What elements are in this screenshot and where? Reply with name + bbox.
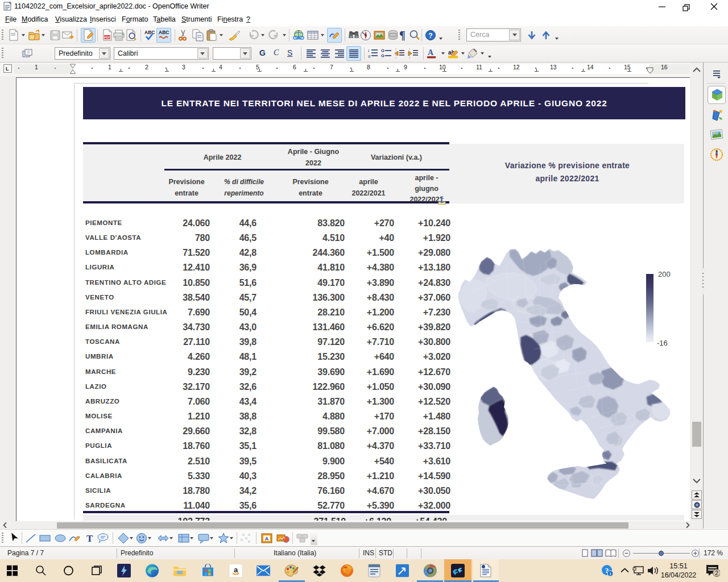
svg-text:a: a <box>234 566 238 574</box>
svg-text:A: A <box>265 536 269 542</box>
svg-text:II: II <box>368 54 370 59</box>
svg-text:2: 2 <box>715 570 718 576</box>
svg-text:i: i <box>610 571 611 576</box>
svg-text:?: ? <box>428 32 432 40</box>
svg-text:N: N <box>715 149 718 153</box>
svg-text:I: I <box>368 48 369 53</box>
svg-text:T: T <box>86 533 93 544</box>
svg-text:¶: ¶ <box>399 29 406 41</box>
svg-text:ABC: ABC <box>144 30 155 35</box>
svg-text:ABC: ABC <box>159 30 169 35</box>
svg-text:PDF: PDF <box>104 35 111 39</box>
svg-text:A: A <box>428 48 434 57</box>
